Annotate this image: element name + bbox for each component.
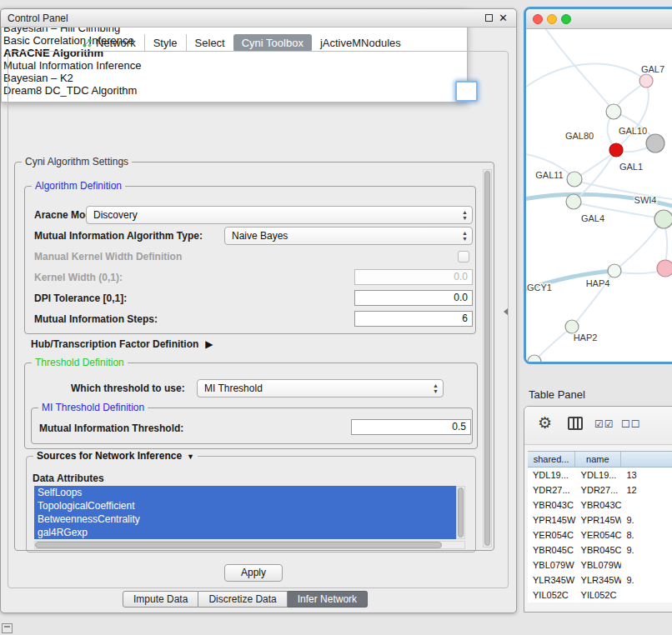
table-cell: YIL052C [528, 588, 576, 602]
split-pane-collapse-icon[interactable] [504, 308, 508, 315]
gear-icon[interactable] [538, 413, 552, 432]
apply-button[interactable]: Apply [224, 564, 283, 582]
tab-select[interactable]: Select [186, 34, 233, 52]
cyni-mode-tabs: Impute Data Discretize Data Infer Networ… [123, 591, 368, 608]
mi-type-select[interactable]: Naive Bayes [224, 227, 473, 245]
control-panel-title: Control Panel [8, 12, 68, 24]
table-cell: YER054C [528, 528, 576, 542]
graph-node[interactable] [639, 74, 653, 88]
hub-transcription-expander[interactable]: Hub/Transcription Factor Definition [31, 338, 213, 350]
table-cell [621, 558, 672, 572]
table-cell: YDL19... [576, 468, 622, 482]
network-canvas-svg: GAL7GAL80GAL10GAL1GAL11SWI4GAL4HAP4GCY1H… [526, 29, 672, 362]
control-panel-tabs: Network Style Select Cyni Toolbox jActiv… [74, 34, 409, 52]
graph-node-label: GAL1 [619, 162, 643, 172]
graph-node-label: GAL7 [641, 64, 664, 74]
column-header[interactable] [621, 452, 672, 467]
aracne-mode-value: Discovery [93, 209, 138, 221]
float-window-icon[interactable] [485, 14, 493, 22]
columns-icon[interactable] [568, 417, 583, 430]
graph-node-label: HAP4 [586, 278, 610, 288]
graph-node[interactable] [654, 210, 672, 228]
table-cell: YIL052C [576, 588, 622, 602]
table-cell: 12 [621, 482, 672, 498]
graph-node[interactable] [606, 104, 621, 119]
attributes-vertical-scrollbar[interactable] [456, 486, 465, 539]
column-header[interactable]: shared... [528, 452, 575, 467]
column-header[interactable]: name [575, 452, 620, 467]
aracne-mode-select[interactable]: Discovery [86, 206, 473, 224]
network-window-titlebar[interactable] [526, 9, 672, 29]
graph-node-label: HAP2 [574, 332, 598, 342]
scrollbar-thumb[interactable] [484, 171, 490, 546]
close-traffic-light-icon[interactable] [533, 14, 543, 24]
table-row[interactable]: YBR043CYBR043C [528, 498, 672, 512]
table-row[interactable]: YIL052CYIL052C [528, 588, 672, 602]
combo-arrows-icon [433, 382, 439, 394]
table-row[interactable]: YBR045CYBR045C9. [528, 542, 672, 558]
combo-arrows-icon [462, 230, 468, 242]
graph-node[interactable] [567, 172, 582, 187]
scrollbar-thumb[interactable] [458, 488, 464, 538]
network-canvas[interactable]: GAL7GAL80GAL10GAL1GAL11SWI4GAL4HAP4GCY1H… [526, 29, 672, 362]
attributes-horizontal-scrollbar[interactable] [34, 541, 465, 549]
tab-network[interactable]: Network [74, 34, 144, 52]
table-row[interactable]: YDR27...YDR27...12 [528, 482, 672, 498]
graph-node-label: GAL10 [619, 126, 647, 136]
table-cell: YBR043C [576, 498, 622, 512]
graph-edge [535, 328, 571, 360]
kernel-width-label: Kernel Width (0,1): [34, 272, 123, 283]
graph-node[interactable] [609, 143, 623, 157]
kernel-width-field[interactable]: 0.0 [354, 269, 473, 285]
table-cell: YPR145W [576, 512, 622, 528]
attribute-item[interactable]: TopologicalCoefficient [34, 499, 456, 512]
attribute-item[interactable]: BetweennessCentrality [34, 512, 456, 526]
attribute-item[interactable]: SelfLoops [34, 486, 456, 499]
combo-arrows-icon [462, 209, 468, 221]
table-cell: YBR045C [528, 542, 576, 558]
graph-node[interactable] [646, 134, 664, 152]
group-title: Cyni Algorithm Settings [22, 156, 132, 168]
table-row[interactable]: YLR345WYLR345W9. [528, 572, 672, 588]
zoom-traffic-light-icon[interactable] [561, 14, 571, 24]
table-row[interactable]: YPR145WYPR145W9. [528, 512, 672, 528]
mi-threshold-label: Mutual Information Threshold: [39, 422, 183, 434]
data-attributes-list[interactable]: SelfLoopsTopologicalCoefficientBetweenne… [34, 486, 456, 539]
tab-style[interactable]: Style [144, 34, 186, 52]
table-cell [621, 498, 672, 512]
control-panel-titlebar[interactable]: Control Panel [1, 9, 516, 28]
table-row[interactable]: YDL19...YDL19...13 [528, 468, 672, 482]
graph-node[interactable] [608, 264, 621, 278]
minimize-traffic-light-icon[interactable] [547, 14, 557, 24]
graph-edge [541, 29, 612, 109]
network-view-window[interactable]: GAL7GAL80GAL10GAL1GAL11SWI4GAL4HAP4GCY1H… [524, 7, 672, 364]
graph-node[interactable] [565, 320, 579, 333]
graph-node[interactable] [566, 194, 581, 209]
select-all-checkboxes-icon[interactable] [594, 418, 614, 430]
tab-jactivemodules[interactable]: jActiveMNodules [312, 34, 409, 52]
attribute-item[interactable]: gal4RGexp [34, 526, 456, 539]
graph-node-label: GAL11 [535, 170, 563, 180]
table-row[interactable]: YER054CYER054C8. [528, 528, 672, 542]
sources-expander[interactable]: Sources for Network Inference [33, 450, 198, 462]
table-row[interactable]: YBL079WYBL079W [528, 558, 672, 572]
tab-impute-data[interactable]: Impute Data [123, 591, 198, 608]
dpi-tolerance-field[interactable]: 0.0 [354, 290, 473, 306]
which-threshold-select[interactable]: MI Threshold [197, 379, 444, 398]
graph-node[interactable] [657, 260, 672, 277]
table-panel-window: shared...name YDL19...YDL19...13YDR27...… [524, 406, 672, 612]
focused-spinner-field[interactable] [455, 81, 478, 102]
mi-threshold-field[interactable]: 0.5 [351, 419, 471, 435]
graph-node-label: SWI4 [634, 195, 657, 205]
table-header-row: shared...name [528, 451, 672, 468]
close-icon[interactable] [499, 12, 508, 24]
tab-discretize-data[interactable]: Discretize Data [198, 591, 287, 608]
tab-cyni-toolbox[interactable]: Cyni Toolbox [233, 34, 312, 52]
tab-infer-network[interactable]: Infer Network [288, 591, 368, 608]
manual-kernel-checkbox[interactable] [458, 251, 469, 262]
scrollbar-thumb[interactable] [35, 542, 442, 548]
clear-all-checkboxes-icon[interactable] [621, 418, 641, 430]
restore-panel-icon[interactable] [2, 623, 13, 633]
settings-vertical-scrollbar[interactable] [483, 169, 492, 548]
mi-steps-field[interactable]: 6 [354, 311, 473, 327]
